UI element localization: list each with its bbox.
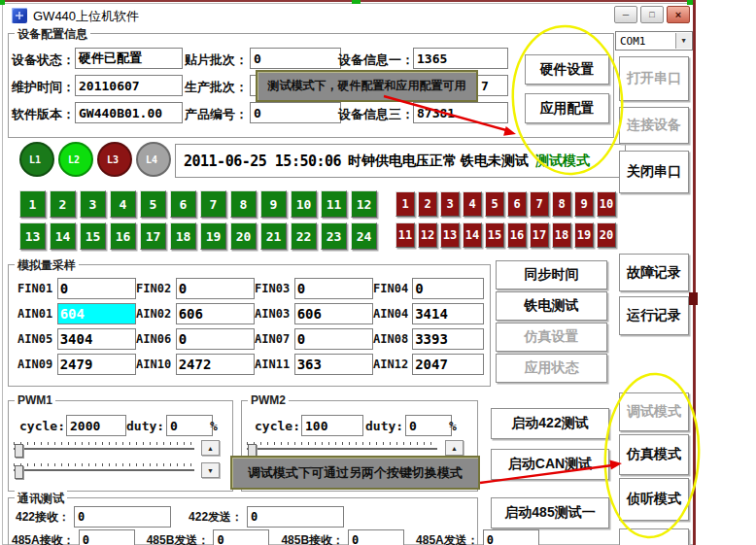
start-can-test-button[interactable]: 启动CAN测试 bbox=[491, 449, 609, 480]
input-button-12[interactable]: 12 bbox=[418, 222, 437, 248]
output-button-1[interactable]: 1 bbox=[19, 190, 46, 218]
input-button-4[interactable]: 4 bbox=[463, 191, 482, 217]
device-status-input[interactable]: 硬件已配置 bbox=[75, 48, 183, 69]
output-button-17[interactable]: 17 bbox=[140, 222, 166, 250]
analog-value-input[interactable]: 0 bbox=[176, 328, 255, 350]
input-button-8[interactable]: 8 bbox=[552, 191, 571, 217]
input-button-20[interactable]: 20 bbox=[597, 222, 616, 248]
pwm1-duty-input[interactable]: 0 bbox=[166, 415, 213, 436]
chevron-down-icon[interactable]: ▼ bbox=[675, 33, 691, 49]
input-button-15[interactable]: 15 bbox=[485, 222, 504, 248]
start-422-test-button[interactable]: 启动422测试 bbox=[491, 408, 609, 439]
app-config-button[interactable]: 应用配置 bbox=[525, 93, 609, 123]
analog-value-input[interactable]: 363 bbox=[294, 354, 373, 375]
pwm1-up-button[interactable]: ▲ bbox=[201, 440, 220, 456]
output-button-6[interactable]: 6 bbox=[170, 190, 196, 218]
analog-value-input[interactable]: 2472 bbox=[176, 354, 255, 375]
output-button-21[interactable]: 21 bbox=[260, 222, 287, 250]
analog-value-input[interactable]: 3404 bbox=[57, 328, 136, 350]
analog-value-input[interactable]: 606 bbox=[294, 303, 373, 324]
output-button-19[interactable]: 19 bbox=[200, 222, 226, 250]
analog-value-input[interactable]: 0 bbox=[176, 278, 255, 299]
patch-batch-input[interactable]: 0 bbox=[250, 48, 341, 69]
output-button-24[interactable]: 24 bbox=[351, 222, 377, 250]
input-button-9[interactable]: 9 bbox=[574, 191, 594, 217]
output-button-18[interactable]: 18 bbox=[170, 222, 196, 250]
fram-test-button[interactable]: 铁电测试 bbox=[496, 291, 607, 321]
pwm2-duty-input[interactable]: 0 bbox=[405, 415, 452, 436]
analog-value-input[interactable]: 0 bbox=[294, 278, 373, 299]
output-button-15[interactable]: 15 bbox=[80, 222, 106, 250]
minimize-button[interactable]: ─ bbox=[614, 6, 637, 23]
input-button-3[interactable]: 3 bbox=[440, 191, 460, 217]
product-no-input[interactable]: 0 bbox=[250, 102, 341, 123]
input-button-6[interactable]: 6 bbox=[507, 191, 527, 217]
input-button-19[interactable]: 19 bbox=[574, 222, 594, 248]
open-serial-button[interactable]: 打开串口 bbox=[619, 56, 689, 101]
analog-value-input[interactable]: 606 bbox=[176, 303, 255, 324]
pwm2-up-button[interactable]: ▲ bbox=[445, 440, 464, 456]
input-button-10[interactable]: 10 bbox=[597, 191, 616, 217]
listen-mode-button[interactable]: 侦听模式 bbox=[619, 478, 689, 521]
device-info3-input[interactable]: 87381 bbox=[413, 102, 508, 123]
input-button-14[interactable]: 14 bbox=[463, 222, 482, 248]
input-button-5[interactable]: 5 bbox=[485, 191, 504, 217]
sim-settings-button[interactable]: 仿真设置 bbox=[496, 323, 607, 352]
input-button-2[interactable]: 2 bbox=[418, 191, 437, 217]
pwm1-cycle-input[interactable]: 2000 bbox=[66, 415, 126, 436]
pwm1-slider-1[interactable] bbox=[14, 442, 194, 458]
pwm1-slider-2[interactable] bbox=[14, 463, 194, 479]
com-port-select[interactable]: COM1 ▼ bbox=[615, 31, 693, 51]
output-button-12[interactable]: 12 bbox=[351, 190, 377, 218]
output-button-4[interactable]: 4 bbox=[110, 190, 136, 218]
fault-record-button[interactable]: 故障记录 bbox=[619, 254, 689, 291]
output-button-10[interactable]: 10 bbox=[291, 190, 317, 218]
output-button-14[interactable]: 14 bbox=[50, 222, 76, 250]
analog-value-input[interactable]: 3393 bbox=[412, 328, 484, 350]
analog-value-input[interactable]: 2479 bbox=[57, 354, 136, 375]
output-button-22[interactable]: 22 bbox=[291, 222, 317, 250]
analog-value-input[interactable]: 3414 bbox=[412, 303, 484, 324]
input-button-16[interactable]: 16 bbox=[507, 222, 527, 248]
comm-value-input[interactable]: 0 bbox=[79, 529, 135, 545]
input-button-18[interactable]: 18 bbox=[552, 222, 571, 248]
analog-value-input[interactable]: 0 bbox=[57, 278, 136, 299]
analog-value-input[interactable]: 604 bbox=[57, 303, 136, 324]
comm-value-input[interactable]: 0 bbox=[348, 529, 404, 545]
input-button-13[interactable]: 13 bbox=[440, 222, 460, 248]
pwm1-down-button[interactable]: ▼ bbox=[201, 462, 220, 478]
sw-version-input[interactable]: GW440B01.00 bbox=[75, 102, 183, 123]
output-button-16[interactable]: 16 bbox=[110, 222, 136, 250]
analog-value-input[interactable]: 0 bbox=[294, 328, 373, 350]
output-button-5[interactable]: 5 bbox=[140, 190, 166, 218]
connect-device-button[interactable]: 连接设备 bbox=[619, 107, 689, 144]
comm-value-input[interactable]: 0 bbox=[483, 529, 539, 545]
output-button-20[interactable]: 20 bbox=[230, 222, 257, 250]
input-button-7[interactable]: 7 bbox=[530, 191, 549, 217]
output-button-23[interactable]: 23 bbox=[321, 222, 347, 250]
sim-mode-button[interactable]: 仿真模式 bbox=[619, 434, 689, 475]
comm-value-input[interactable]: 0 bbox=[213, 529, 269, 545]
output-button-11[interactable]: 11 bbox=[321, 190, 347, 218]
close-serial-button[interactable]: 关闭串口 bbox=[619, 151, 689, 193]
debug-mode-button[interactable]: 调试模式 bbox=[619, 392, 689, 431]
output-button-8[interactable]: 8 bbox=[230, 190, 257, 218]
slider-thumb[interactable] bbox=[15, 444, 23, 458]
output-button-3[interactable]: 3 bbox=[80, 190, 106, 218]
hardware-settings-button[interactable]: 硬件设置 bbox=[525, 54, 609, 85]
slider-thumb[interactable] bbox=[15, 465, 23, 479]
sync-time-button[interactable]: 同步时间 bbox=[496, 260, 607, 290]
analog-value-input[interactable]: 2047 bbox=[412, 354, 484, 375]
app-status-button[interactable]: 应用状态 bbox=[496, 354, 607, 383]
maintain-time-input[interactable]: 20110607 bbox=[75, 75, 183, 96]
comm-value-input[interactable]: 0 bbox=[74, 506, 171, 528]
output-button-7[interactable]: 7 bbox=[200, 190, 226, 218]
input-button-1[interactable]: 1 bbox=[395, 191, 415, 217]
maximize-button[interactable]: □ bbox=[640, 6, 664, 23]
run-record-button[interactable]: 运行记录 bbox=[619, 296, 689, 335]
start-485-test-button[interactable]: 启动485测试一 bbox=[491, 497, 609, 528]
pwm2-cycle-input[interactable]: 100 bbox=[301, 415, 363, 436]
comm-value-input[interactable]: 0 bbox=[247, 506, 344, 528]
close-button[interactable]: × bbox=[667, 6, 690, 23]
output-button-9[interactable]: 9 bbox=[260, 190, 287, 218]
